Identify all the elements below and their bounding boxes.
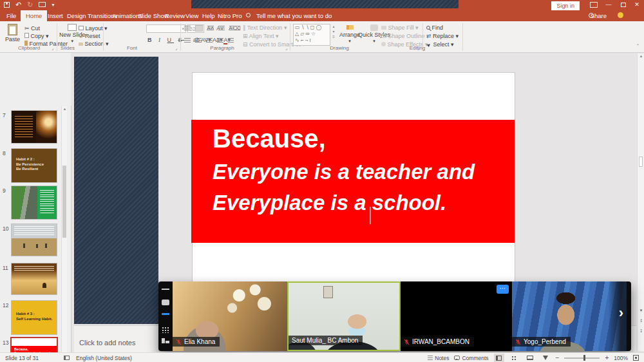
customize-qat-icon[interactable]: ▾ [52, 2, 54, 8]
slide-show-button[interactable] [540, 354, 551, 362]
align-left-icon[interactable] [184, 38, 191, 43]
thumbnail-scrollbar[interactable]: ▲ ▼ [61, 106, 67, 362]
shapes-gallery-scroll[interactable]: ▴▾≡ [331, 24, 336, 39]
fit-to-window-icon[interactable] [633, 355, 639, 361]
slide-10-thumbnail[interactable] [12, 224, 57, 256]
minimize-icon[interactable]: — [601, 1, 616, 8]
arrange-button[interactable]: Arrange▾ [339, 24, 360, 44]
speaker-view-icon[interactable] [162, 300, 169, 305]
thumbnail-photo [36, 111, 57, 143]
canvas-scrollbar[interactable]: ▲ ▼ ↥ ↧ [637, 53, 644, 351]
participant-video[interactable]: Yogo_Perbend [512, 281, 627, 351]
find-button[interactable]: Find [426, 24, 443, 31]
tab-nitro-pro[interactable]: Nitro Pro [213, 10, 247, 21]
slide-12-thumbnail[interactable]: Habit # 3 : Self Learning Habit. [12, 301, 57, 334]
increase-indent-icon[interactable] [218, 26, 225, 31]
replace-button[interactable]: ⇄ Replace ▾ [426, 33, 459, 39]
proofing-icon[interactable] [64, 356, 70, 360]
reading-view-button[interactable] [525, 354, 535, 362]
next-participants-button[interactable]: › [619, 305, 623, 321]
columns-icon[interactable] [228, 38, 234, 43]
new-slide-icon [68, 24, 77, 31]
minimize-strip-icon[interactable] [162, 289, 169, 290]
participant-name-label: Elia Khana [173, 337, 220, 347]
slide-7-thumbnail[interactable] [12, 111, 57, 143]
slide-8-thumbnail[interactable]: Habit # 2 : Be Persistence Be Resilient [12, 149, 57, 182]
more-options-button[interactable]: ⋯ [497, 285, 509, 294]
thumbnail-figure [36, 244, 38, 248]
participant-name-label: IRWAN_BCAMBON [401, 337, 474, 347]
bullets-icon[interactable] [184, 26, 191, 31]
restore-icon[interactable] [621, 3, 626, 7]
layout-corner-icon[interactable] [162, 338, 169, 343]
close-icon[interactable]: ✕ [630, 1, 644, 8]
scroll-up-icon[interactable]: ▲ [638, 54, 644, 58]
start-slideshow-icon[interactable] [39, 2, 46, 7]
gallery-view-icon[interactable] [162, 313, 169, 316]
slide-title-banner[interactable]: Because, Everyone is a teacher and Every… [191, 120, 515, 243]
decrease-indent-icon[interactable] [207, 26, 214, 31]
thumbnail-number: 7 [3, 112, 6, 119]
copy-button[interactable]: Copy ▾ [24, 33, 49, 39]
feedback-smiley-icon[interactable] [618, 12, 623, 18]
shapes-gallery[interactable]: ▭∖∖◻◯△▱⇨☆∿⌐¬≀ [293, 24, 330, 46]
justify-icon[interactable] [217, 38, 223, 43]
redo-icon[interactable]: ↻ [27, 1, 33, 8]
zoom-level[interactable]: 100% [614, 355, 628, 361]
undo-icon[interactable]: ↶ [15, 1, 21, 8]
tab-file[interactable]: File [1, 10, 21, 21]
zoom-slider-thumb[interactable] [583, 355, 585, 361]
slide-counter[interactable]: Slide 13 of 31 [5, 355, 39, 361]
notes-toggle[interactable]: Notes [428, 355, 449, 361]
language-indicator[interactable]: English (United States) [76, 355, 132, 361]
save-icon[interactable] [4, 2, 10, 8]
slide-sorter-view-button[interactable] [509, 354, 520, 362]
font-style-buttons[interactable]: B I U S [147, 37, 185, 43]
align-buttons [184, 38, 234, 43]
quick-access-toolbar: ↶ ↻ ▾ [4, 1, 54, 8]
normal-view-button[interactable] [494, 354, 504, 362]
collapse-ribbon-icon[interactable]: ˆ [637, 43, 639, 50]
canvas-scrollbar-thumb[interactable] [639, 157, 643, 167]
reset-button[interactable]: ↺ Reset [79, 33, 100, 39]
thumbnail-scrollbar-thumb[interactable] [62, 166, 66, 238]
shape-fill-button[interactable]: Shape Fill ▾ [381, 24, 419, 31]
participant-video[interactable]: ⋯ IRWAN_BCAMBON [401, 281, 512, 351]
slide-11-thumbnail[interactable] [12, 263, 57, 294]
thumbnail-text-lines [14, 226, 54, 235]
line-spacing-icon[interactable] [229, 26, 234, 31]
thumbnail-panel [37, 186, 57, 219]
mic-muted-icon [404, 339, 410, 345]
paste-button[interactable]: Paste [5, 24, 20, 43]
tell-me-box[interactable]: Tell me what you want to do [251, 10, 337, 21]
sign-in-button[interactable]: Sign in [551, 1, 580, 10]
scroll-up-icon[interactable]: ▲ [62, 107, 68, 111]
zoom-slider[interactable] [564, 357, 600, 359]
grid-view-icon[interactable] [162, 327, 170, 333]
underline-icon: U [167, 37, 175, 43]
previous-slide-icon[interactable]: ↥ [638, 318, 644, 323]
align-right-icon[interactable] [206, 38, 213, 43]
scrollbar-menu-icon[interactable]: ▼ [638, 309, 644, 312]
zoom-in-button[interactable]: + [605, 354, 609, 361]
background-window-panel [74, 57, 158, 324]
share-person-icon [589, 13, 594, 18]
thumbnail-number: 8 [3, 150, 6, 157]
next-slide-icon[interactable]: ↧ [638, 329, 644, 333]
thumbnail-number: 11 [3, 265, 8, 271]
numbering-icon[interactable] [195, 25, 203, 32]
paste-icon [8, 24, 17, 35]
notes-placeholder[interactable]: Click to add notes [79, 339, 135, 347]
slide-9-thumbnail[interactable] [12, 186, 57, 219]
zoom-out-button[interactable]: − [556, 354, 560, 361]
align-text-button[interactable]: ⊞ Align Text ▾ [243, 33, 278, 39]
participant-video[interactable]: Elia Khana [173, 281, 287, 351]
cut-button[interactable]: ✂ Cut [24, 25, 40, 32]
pane-splitter[interactable] [71, 106, 71, 362]
comments-toggle[interactable]: Comments [454, 355, 488, 361]
status-bar: Slide 13 of 31 English (United States) N… [0, 352, 644, 362]
align-center-icon[interactable] [195, 38, 202, 43]
participant-video[interactable]: Saut Mulia_ BC Ambon [287, 281, 401, 351]
ribbon-display-options-icon[interactable] [590, 2, 598, 8]
text-direction-button[interactable]: ∥ Text Direction ▾ [243, 24, 287, 31]
